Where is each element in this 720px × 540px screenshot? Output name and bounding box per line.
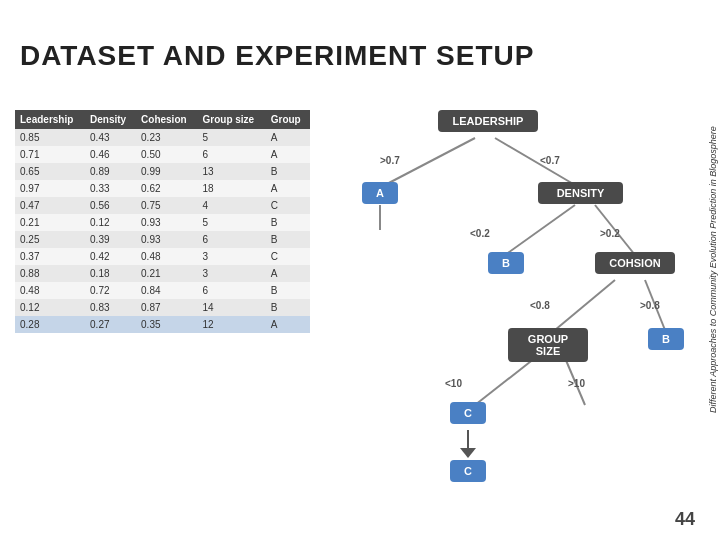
edge-cohesion-right: >0.8 xyxy=(640,300,660,311)
col-cohesion: Cohesion xyxy=(136,110,197,129)
col-group: Group xyxy=(266,110,310,129)
leaf-c: C xyxy=(450,402,486,424)
tree-lines xyxy=(320,100,680,520)
leaf-b-density: B xyxy=(488,252,524,274)
col-density: Density xyxy=(85,110,136,129)
table-row: 0.210.120.935B xyxy=(15,214,310,231)
svg-line-1 xyxy=(495,138,575,185)
table-row: 0.650.890.9913B xyxy=(15,163,310,180)
table-row: 0.470.560.754C xyxy=(15,197,310,214)
col-leadership: Leadership xyxy=(15,110,85,129)
table-row: 0.120.830.8714B xyxy=(15,299,310,316)
table-row: 0.880.180.213A xyxy=(15,265,310,282)
table-row: 0.850.430.235A xyxy=(15,129,310,146)
node-groupsize: GROUP SIZE xyxy=(508,328,588,362)
node-leadership: LEADERSHIP xyxy=(438,110,538,132)
table-row: 0.280.270.3512A xyxy=(15,316,310,333)
leaf-a-leadership: A xyxy=(362,182,398,204)
svg-line-7 xyxy=(475,358,535,405)
edge-groupsize-right: >10 xyxy=(568,378,585,389)
svg-marker-10 xyxy=(460,448,476,458)
arrow-c xyxy=(450,430,486,460)
table-row: 0.370.420.483C xyxy=(15,248,310,265)
data-table-section: Leadership Density Cohesion Group size G… xyxy=(15,110,310,333)
edge-groupsize-left: <10 xyxy=(445,378,462,389)
leaf-c-bottom: C xyxy=(450,460,486,482)
decision-tree: LEADERSHIP >0.7 <0.7 A DENSITY <0.2 >0.2… xyxy=(320,100,680,520)
node-density: DENSITY xyxy=(538,182,623,204)
table-row: 0.710.460.506A xyxy=(15,146,310,163)
dataset-table: Leadership Density Cohesion Group size G… xyxy=(15,110,310,333)
page-number: 44 xyxy=(675,509,695,530)
col-groupsize: Group size xyxy=(198,110,266,129)
svg-line-3 xyxy=(505,205,575,255)
table-row: 0.970.330.6218A xyxy=(15,180,310,197)
edge-leadership-left: >0.7 xyxy=(380,155,400,166)
page-title: DATASET AND EXPERIMENT SETUP xyxy=(20,40,534,72)
svg-line-5 xyxy=(555,280,615,330)
edge-density-left: <0.2 xyxy=(470,228,490,239)
table-row: 0.480.720.846B xyxy=(15,282,310,299)
edge-density-right: >0.2 xyxy=(600,228,620,239)
table-row: 0.250.390.936B xyxy=(15,231,310,248)
edge-leadership-right: <0.7 xyxy=(540,155,560,166)
edge-cohesion-left: <0.8 xyxy=(530,300,550,311)
node-cohesion: COHSION xyxy=(595,252,675,274)
leaf-b-cohesion: B xyxy=(648,328,684,350)
vertical-sidebar-text: Different Approaches to Community Evolut… xyxy=(708,0,718,540)
